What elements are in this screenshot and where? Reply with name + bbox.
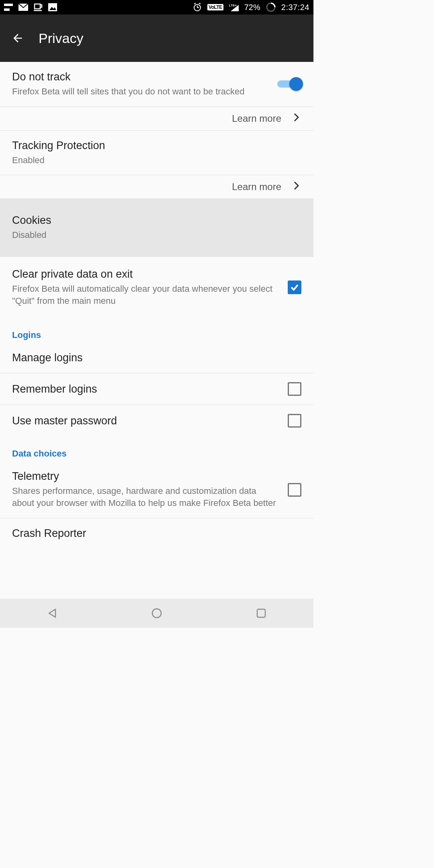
mail-icon — [18, 4, 28, 11]
chevron-right-icon — [293, 181, 300, 193]
tracking-protection-row[interactable]: Tracking Protection Enabled — [0, 131, 313, 175]
master-password-row[interactable]: Use master password — [0, 405, 313, 436]
cookies-subtitle: Disabled — [12, 229, 293, 241]
telemetry-row[interactable]: Telemetry Shares performance, usage, har… — [0, 461, 313, 518]
svg-line-11 — [199, 3, 201, 4]
triangle-back-icon — [47, 608, 58, 619]
crash-reporter-row[interactable]: Crash Reporter — [0, 518, 313, 540]
data-choices-section-header: Data choices — [0, 436, 313, 461]
system-nav-bar — [0, 599, 313, 628]
logins-section-header: Logins — [0, 318, 313, 343]
tracking-protection-title: Tracking Protection — [12, 139, 293, 152]
battery-percentage: 72% — [244, 3, 260, 12]
back-button[interactable] — [8, 29, 27, 48]
page-title: Privacy — [39, 31, 83, 46]
master-password-title: Use master password — [12, 415, 280, 427]
clear-private-data-checkbox[interactable] — [288, 280, 301, 294]
clear-private-data-subtitle: Firefox Beta will automatically clear yo… — [12, 283, 280, 307]
cafe-icon — [34, 3, 43, 11]
clear-private-data-title: Clear private data on exit — [12, 268, 280, 280]
cookies-row[interactable]: Cookies Disabled — [0, 199, 313, 256]
status-bar: VoLTE LTE+ 72% 2:37:24 — [0, 0, 313, 14]
remember-logins-row[interactable]: Remember logins — [0, 373, 313, 405]
arrow-back-icon — [11, 32, 24, 45]
app-notification-icon — [4, 4, 13, 11]
do-not-track-learn-more[interactable]: Learn more — [0, 107, 313, 130]
svg-point-15 — [152, 609, 161, 618]
nav-back-button[interactable] — [32, 604, 72, 623]
circle-home-icon — [151, 608, 162, 619]
svg-line-10 — [194, 3, 196, 4]
tracking-protection-learn-more[interactable]: Learn more — [0, 175, 313, 199]
master-password-checkbox[interactable] — [288, 414, 301, 428]
alarm-icon — [193, 3, 202, 12]
svg-rect-4 — [34, 10, 42, 11]
learn-more-label: Learn more — [232, 181, 281, 192]
remember-logins-checkbox[interactable] — [288, 382, 301, 396]
app-bar: Privacy — [0, 14, 313, 62]
square-recents-icon — [256, 608, 266, 618]
cookies-title: Cookies — [12, 214, 293, 227]
tracking-protection-subtitle: Enabled — [12, 154, 293, 166]
status-clock: 2:37:24 — [281, 3, 309, 12]
do-not-track-toggle[interactable] — [277, 77, 301, 91]
signal-icon: LTE+ — [229, 3, 239, 11]
svg-rect-3 — [35, 4, 40, 9]
nav-home-button[interactable] — [137, 604, 177, 623]
telemetry-subtitle: Shares performance, usage, hardware and … — [12, 485, 280, 509]
clear-private-data-row[interactable]: Clear private data on exit Firefox Beta … — [0, 257, 313, 311]
manage-logins-row[interactable]: Manage logins — [0, 343, 313, 373]
do-not-track-subtitle: Firefox Beta will tell sites that you do… — [12, 86, 269, 98]
svg-rect-16 — [257, 609, 265, 617]
battery-ring-icon — [266, 2, 276, 12]
svg-rect-0 — [4, 4, 13, 6]
telemetry-checkbox[interactable] — [288, 483, 301, 497]
crash-reporter-title: Crash Reporter — [12, 527, 293, 540]
telemetry-title: Telemetry — [12, 470, 280, 483]
remember-logins-title: Remember logins — [12, 383, 280, 395]
svg-text:LTE+: LTE+ — [229, 4, 237, 7]
svg-rect-1 — [4, 8, 10, 11]
settings-list[interactable]: Do not track Firefox Beta will tell site… — [0, 62, 313, 599]
chevron-right-icon — [293, 113, 300, 125]
do-not-track-row[interactable]: Do not track Firefox Beta will tell site… — [0, 62, 313, 106]
image-icon — [48, 3, 57, 11]
manage-logins-title: Manage logins — [12, 352, 293, 364]
volte-badge: VoLTE — [207, 4, 223, 10]
do-not-track-title: Do not track — [12, 71, 269, 83]
learn-more-label: Learn more — [232, 113, 281, 124]
nav-recents-button[interactable] — [241, 604, 281, 623]
